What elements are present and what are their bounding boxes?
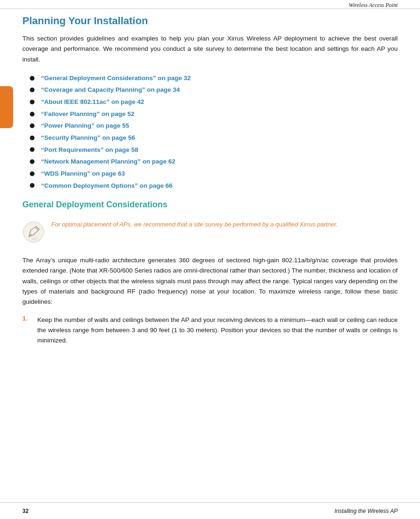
bullet-dot-icon [30,88,34,92]
item-text: Keep the number of walls and ceilings be… [37,315,398,346]
bullet-dot-icon [30,147,34,152]
bullet-item-text: “Port Requirements” on page 58 [41,144,138,156]
bullet-item-text: “Coverage and Capacity Planning” on page… [41,84,180,96]
list-item[interactable]: “Port Requirements” on page 58 [30,144,398,156]
svg-point-0 [23,222,44,242]
bullet-dot-icon [30,100,34,104]
note-box: For optimal placement of APs, we recomme… [22,216,398,247]
list-item[interactable]: “General Deployment Considerations” on p… [30,72,398,84]
page-footer: 32 Installing the Wireless AP [0,502,420,519]
note-icon [22,221,45,243]
list-item[interactable]: “WDS Planning” on page 63 [30,168,398,180]
page-header: Wireless Access Point [349,2,398,9]
list-item[interactable]: “Power Planning” on page 55 [30,120,398,132]
bullet-item-text: “Power Planning” on page 55 [41,120,129,132]
footer-chapter-title: Installing the Wireless AP [334,508,398,514]
item-number: 1. [22,315,34,322]
bullet-dot-icon [30,171,34,176]
bullet-dot-icon [30,123,34,128]
list-item[interactable]: “Security Planning” on page 56 [30,132,398,144]
intro-paragraph: This section provides guidelines and exa… [22,34,398,65]
bullet-item-text: “WDS Planning” on page 63 [41,168,125,180]
list-item[interactable]: “Common Deployment Options” on page 66 [30,180,398,192]
list-item[interactable]: “Network Management Planning” on page 62 [30,156,398,168]
header-title: Wireless Access Point [349,2,398,8]
body-paragraph: The Array’s unique multi-radio architect… [22,255,398,307]
bullet-dot-icon [30,112,34,116]
numbered-list: 1.Keep the number of walls and ceilings … [22,315,398,346]
main-heading: Planning Your Installation [22,15,398,27]
list-item[interactable]: “Failover Planning” on page 52 [30,108,398,120]
bullet-item-text: “Security Planning” on page 56 [41,132,135,144]
footer-page-number: 32 [22,508,28,514]
note-text: For optimal placement of APs, we recomme… [51,220,398,230]
bullet-dot-icon [30,159,34,164]
list-item[interactable]: “Coverage and Capacity Planning” on page… [30,84,398,96]
main-content: Planning Your Installation This section … [22,13,398,497]
bullet-item-text: “Failover Planning” on page 52 [41,108,134,120]
bullet-dot-icon [30,136,34,140]
bullet-item-text: “Common Deployment Options” on page 66 [41,180,172,192]
bullet-dot-icon [30,183,34,188]
bullet-item-text: “About IEEE 802.11ac” on page 42 [41,96,144,108]
bullet-item-text: “Network Management Planning” on page 62 [41,156,175,168]
bullet-item-text: “General Deployment Considerations” on p… [41,72,191,84]
bullet-dot-icon [30,76,34,81]
sub-heading: General Deployment Considerations [22,200,398,210]
bullet-list: “General Deployment Considerations” on p… [30,72,398,191]
orange-tab [0,86,13,128]
page-wrapper: Wireless Access Point Planning Your Inst… [0,0,420,519]
list-item[interactable]: “About IEEE 802.11ac” on page 42 [30,96,398,108]
list-item: 1.Keep the number of walls and ceilings … [22,315,398,346]
